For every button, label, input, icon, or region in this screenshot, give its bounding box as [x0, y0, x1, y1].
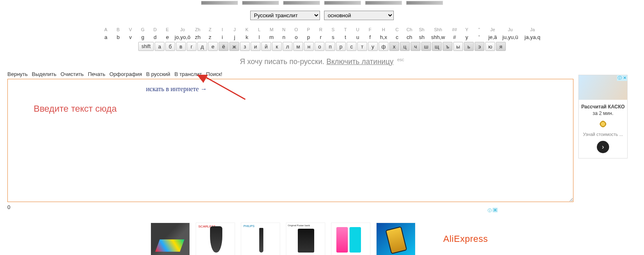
layout-select[interactable]: основной	[324, 11, 394, 20]
translit-hint-lower: b	[112, 34, 124, 41]
cyrillic-key[interactable]: м	[293, 42, 303, 51]
thumb	[242, 1, 279, 5]
product-thumb[interactable]	[331, 223, 370, 255]
ad-close-icon[interactable]: ✕	[493, 208, 498, 212]
main-textarea[interactable]	[7, 79, 573, 202]
translit-hint-upper: ##	[449, 26, 460, 33]
spellcheck-button[interactable]: Орфография	[110, 71, 142, 77]
translit-hint-lower: g	[137, 34, 148, 41]
translit-hint-upper: I	[217, 26, 228, 33]
search-button[interactable]: Поиск!	[206, 71, 222, 77]
language-select[interactable]: Русский транслит	[250, 11, 320, 20]
cyrillic-key[interactable]: ф	[379, 42, 388, 51]
select-all-button[interactable]: Выделить	[32, 71, 57, 77]
ad-info-icon[interactable]: ⓘ ✕	[617, 75, 627, 81]
editor-area: искать в интернете → Введите текст сюда	[7, 79, 637, 203]
translit-hint-lower: l	[253, 34, 265, 41]
cyrillic-key[interactable]: у	[368, 42, 378, 51]
ad-subtitle: за 2 мин.	[579, 110, 627, 116]
to-russian-button[interactable]: В русский	[146, 71, 170, 77]
ad-info-icon[interactable]: ⓘ	[488, 208, 492, 214]
cyrillic-key[interactable]: ц	[400, 42, 410, 51]
cyrillic-key[interactable]: и	[251, 42, 260, 51]
product-thumb[interactable]	[286, 223, 325, 255]
translit-hint-lower: v	[125, 34, 136, 41]
cyrillic-key[interactable]: л	[283, 42, 292, 51]
bottom-ad-strip: AliExpress ⓘ ✕	[0, 223, 644, 255]
cyrillic-key[interactable]: н	[304, 42, 314, 51]
cyrillic-key[interactable]: й	[261, 42, 271, 51]
translit-hint-lower: e	[162, 34, 173, 41]
translit-hint-upper: J	[229, 26, 240, 33]
esc-shortcut-label: esc	[397, 57, 404, 62]
product-thumb[interactable]	[196, 223, 235, 255]
undo-button[interactable]: Вернуть	[7, 71, 28, 77]
switch-to-latin-link[interactable]: Включить латиницу	[327, 57, 393, 66]
cyrillic-key[interactable]: ъ	[443, 42, 452, 51]
cyrillic-key[interactable]: я	[496, 42, 506, 51]
cyrillic-key[interactable]: е	[208, 42, 218, 51]
translit-hint-lower: t	[340, 34, 351, 41]
translit-hint-upper: Ch	[404, 26, 415, 33]
cyrillic-key[interactable]: п	[325, 42, 335, 51]
clear-button[interactable]: Очистить	[61, 71, 84, 77]
ad-cta-button[interactable]: ›	[597, 141, 609, 153]
cyrillic-key[interactable]: г	[187, 42, 196, 51]
translit-hint-lower: sh	[416, 34, 427, 41]
cyrillic-key[interactable]: с	[347, 42, 356, 51]
cyrillic-key[interactable]: ь	[464, 42, 474, 51]
product-thumb[interactable]	[241, 223, 280, 255]
editor-toolbar: ВернутьВыделитьОчиститьПечатьОрфографияВ…	[0, 71, 644, 77]
translit-hint-lower: '	[473, 34, 485, 41]
cyrillic-key[interactable]: б	[165, 42, 175, 51]
cyrillic-key[interactable]: к	[272, 42, 282, 51]
translit-hint-lower: h,x	[377, 34, 391, 41]
translit-hint-lower: a	[100, 34, 112, 41]
translit-hint-upper: Sh	[416, 26, 427, 33]
sidebar-ad[interactable]: ⓘ ✕ Рассчитай КАСКО за 2 мин. Узнай стои…	[578, 75, 628, 159]
thumb	[324, 1, 361, 5]
cyrillic-key[interactable]: ы	[453, 42, 463, 51]
translit-hint-lower: n	[278, 34, 290, 41]
cyrillic-key[interactable]: х	[389, 42, 399, 51]
cyrillic-key[interactable]: д	[197, 42, 207, 51]
translit-hint-lower: shh,w	[428, 34, 448, 41]
translit-hint-upper: A	[100, 26, 112, 33]
translit-hint-upper: P	[303, 26, 314, 33]
cyrillic-key[interactable]: ч	[411, 42, 420, 51]
to-translit-button[interactable]: В транслит	[174, 71, 202, 77]
product-thumb[interactable]	[376, 223, 416, 255]
translit-hint-lower: s	[327, 34, 339, 41]
cyrillic-key[interactable]: ё	[219, 42, 228, 51]
cyrillic-key[interactable]: ш	[421, 42, 431, 51]
cyrillic-key[interactable]: о	[315, 42, 324, 51]
translit-hint-upper: Je	[486, 26, 500, 33]
ad-image: ⓘ ✕	[579, 75, 627, 100]
translit-hint-lower: c	[391, 34, 403, 41]
thumb	[201, 1, 238, 5]
aliexpress-logo[interactable]: AliExpress	[443, 234, 488, 244]
cyrillic-key-row: shiftабвгдеёжзийклмнопрстуфхцчшщъыьэюя	[138, 42, 506, 51]
translit-hint-lower: u	[352, 34, 363, 41]
translit-hint-upper: M	[266, 26, 277, 33]
translit-hint-upper: C	[391, 26, 403, 33]
cyrillic-key[interactable]: в	[176, 42, 186, 51]
cyrillic-key[interactable]: т	[357, 42, 367, 51]
cyrillic-key[interactable]: э	[475, 42, 484, 51]
cyrillic-key[interactable]: а	[155, 42, 164, 51]
cyrillic-key[interactable]: ю	[485, 42, 495, 51]
translit-hint-upper: T	[340, 26, 351, 33]
translit-hint-upper: D	[149, 26, 161, 33]
translit-hint-lower: ju,yu,ü	[500, 34, 520, 41]
ad-title: Рассчитай КАСКО	[580, 104, 626, 110]
cyrillic-key[interactable]: з	[240, 42, 250, 51]
translit-hint-upper: N	[278, 26, 290, 33]
print-button[interactable]: Печать	[88, 71, 105, 77]
ad-logo-icon	[599, 120, 607, 128]
shift-key[interactable]: shift	[138, 42, 154, 51]
product-thumb[interactable]	[151, 223, 190, 255]
cyrillic-key[interactable]: ж	[229, 42, 239, 51]
switch-layout-hint: Я хочу писать по-русски. Включить латини…	[0, 57, 644, 66]
cyrillic-key[interactable]: щ	[432, 42, 442, 51]
cyrillic-key[interactable]: р	[336, 42, 346, 51]
